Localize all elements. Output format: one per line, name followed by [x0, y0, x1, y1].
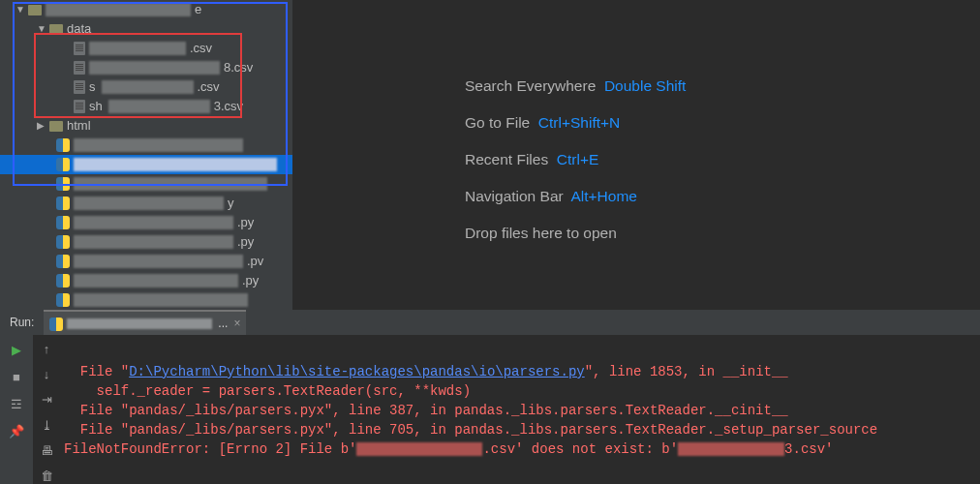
hint-label: Drop files here to open	[465, 225, 617, 241]
tree-row-file[interactable]: sh 3.csv	[0, 97, 292, 116]
console-line: File "D:\Pycharm\Python\lib\site-package…	[64, 364, 788, 379]
tree-row-py[interactable]: .py	[0, 232, 292, 252]
run-toolwindow-header: Run: ... ×	[0, 310, 980, 335]
tree-label-blurred	[74, 255, 243, 268]
run-tab[interactable]: ... ×	[44, 310, 246, 335]
tree-row-file[interactable]: .csv	[0, 39, 292, 58]
tree-row-py[interactable]	[0, 174, 292, 194]
tree-label-blurred	[74, 293, 248, 307]
chevron-right-icon[interactable]	[37, 116, 46, 136]
tree-label-blurred	[89, 42, 186, 55]
tree-label-blurred	[74, 197, 224, 210]
tree-row-py[interactable]: .py	[0, 213, 292, 232]
python-icon	[49, 318, 61, 329]
tree-label-blurred	[46, 3, 191, 16]
tree-label-blurred	[74, 177, 267, 191]
hint-search-everywhere: Search Everywhere Double Shift	[465, 77, 968, 95]
python-icon	[56, 293, 70, 307]
hint-label: Search Everywhere	[465, 77, 596, 94]
trash-icon[interactable]: 🗑	[38, 469, 55, 484]
hint-goto-file: Go to File Ctrl+Shift+N	[465, 114, 968, 132]
python-icon	[56, 235, 70, 249]
tree-label-blurred	[74, 216, 233, 229]
tree-row-py[interactable]: y	[0, 194, 292, 213]
tree-label-suffix: y	[228, 194, 234, 213]
folder-icon	[28, 5, 42, 15]
tree-label-suffix: .pv	[247, 252, 263, 271]
down-arrow-icon[interactable]: ↓	[38, 366, 55, 381]
tree-label-blurred	[74, 138, 243, 152]
tree-label-blurred	[89, 61, 220, 75]
tree-label-blurred	[74, 235, 233, 249]
tree-row-py[interactable]: .py	[0, 271, 292, 290]
hint-label: Go to File	[465, 114, 530, 131]
print-button[interactable]: 🖶	[38, 442, 55, 458]
folder-icon	[49, 121, 63, 132]
run-title: Run:	[10, 316, 34, 329]
folder-icon	[49, 24, 63, 35]
run-toolwindow: Run: ... × ▶ ■ ☲ 📌 ↑ ↓ ⇥ ⤓ 🖶 🗑 File "D:\…	[0, 310, 980, 484]
file-icon	[74, 80, 85, 94]
soft-wrap-button[interactable]: ⇥	[38, 392, 55, 408]
tree-row-data[interactable]: data	[0, 19, 292, 39]
rerun-button[interactable]: ▶	[8, 341, 25, 358]
tree-row-py-selected[interactable]	[0, 155, 292, 174]
python-icon	[56, 216, 70, 229]
console-line: File "pandas/_libs/parsers.pyx", line 38…	[64, 403, 788, 418]
tree-label-suffix: .csv	[190, 39, 212, 58]
python-icon	[56, 158, 70, 171]
file-icon	[74, 100, 85, 113]
python-icon	[56, 274, 70, 287]
tree-label-suffix: .py	[237, 213, 254, 232]
chevron-down-icon[interactable]	[15, 0, 24, 19]
tree-label-blurred	[74, 274, 238, 287]
python-icon	[56, 197, 70, 210]
console-line: File "pandas/_libs/parsers.pyx", line 70…	[64, 422, 877, 438]
python-icon	[56, 177, 70, 191]
file-icon	[74, 61, 85, 75]
tree-row-py[interactable]: .pv	[0, 252, 292, 271]
hint-drop-files: Drop files here to open	[465, 225, 968, 242]
hint-label: Recent Files	[465, 151, 548, 167]
file-icon	[74, 42, 85, 55]
hint-shortcut: Double Shift	[604, 77, 686, 94]
close-icon[interactable]: ×	[233, 317, 240, 330]
tree-label-blurred	[108, 100, 210, 113]
hint-recent-files: Recent Files Ctrl+E	[465, 151, 968, 168]
tree-row-file[interactable]: s .csv	[0, 77, 292, 97]
python-icon	[56, 255, 70, 268]
empty-editor-hints: Search Everywhere Double Shift Go to Fil…	[465, 77, 968, 261]
hint-shortcut: Alt+Home	[570, 188, 637, 204]
run-tab-ext: ...	[218, 317, 228, 330]
hint-label: Navigation Bar	[465, 188, 564, 204]
console-line: self._reader = parsers.TextReader(src, *…	[64, 383, 471, 399]
hint-shortcut: Ctrl+E	[557, 151, 599, 167]
tree-label-blurred	[102, 80, 194, 94]
run-console[interactable]: File "D:\Pycharm\Python\lib\site-package…	[60, 335, 980, 484]
tree-label-suffix: .py	[237, 232, 254, 252]
console-line-error: FileNotFoundError: [Errno 2] File b'.csv…	[64, 441, 834, 457]
tree-row-html[interactable]: html	[0, 116, 292, 136]
tree-row-py[interactable]	[0, 290, 292, 310]
layout-button[interactable]: ☲	[8, 395, 25, 412]
tree-label-suffix: e	[195, 0, 201, 19]
scroll-to-end-button[interactable]: ⤓	[38, 417, 55, 433]
tree-label: data	[67, 19, 91, 39]
run-tab-label-blurred	[67, 318, 212, 329]
tree-label: html	[67, 116, 91, 136]
chevron-down-icon[interactable]	[37, 19, 46, 39]
run-gutter-primary: ▶ ■ ☲ 📌	[0, 335, 33, 484]
hint-nav-bar: Navigation Bar Alt+Home	[465, 188, 968, 205]
run-gutter-secondary: ↑ ↓ ⇥ ⤓ 🖶 🗑	[33, 335, 60, 484]
tree-label-suffix: 8.csv	[224, 58, 253, 77]
file-link[interactable]: D:\Pycharm\Python\lib\site-packages\pand…	[129, 364, 584, 379]
tree-label-suffix: 3.csv	[214, 97, 243, 116]
hint-shortcut: Ctrl+Shift+N	[538, 114, 620, 131]
stop-button[interactable]: ■	[8, 368, 25, 385]
tree-row-file[interactable]: 8.csv	[0, 58, 292, 77]
tree-row-py[interactable]	[0, 136, 292, 155]
tree-row-root[interactable]: e	[0, 0, 292, 19]
project-tree-panel: e data .csv 8.csv s .csv sh 3.csv html	[0, 0, 292, 310]
up-arrow-icon[interactable]: ↑	[38, 341, 55, 356]
pin-button[interactable]: 📌	[8, 422, 25, 439]
